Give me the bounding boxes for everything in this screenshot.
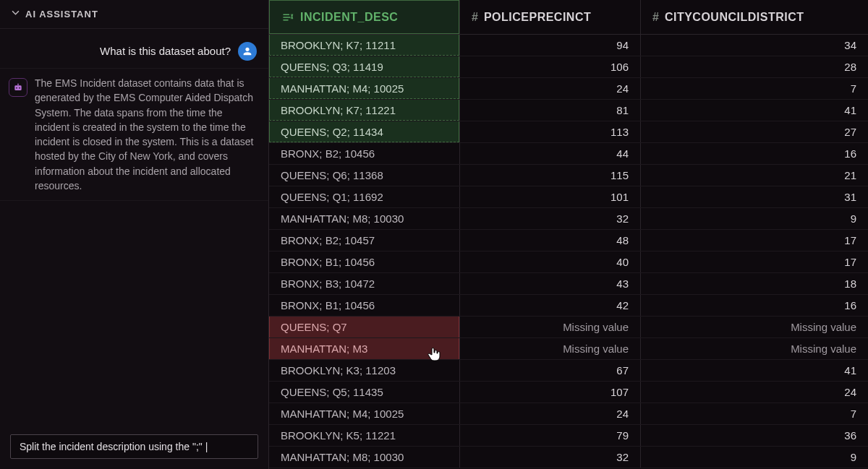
cell-policeprecinct: 115 <box>459 165 640 186</box>
table-row[interactable]: QUEENS; Q1; 1169210131 <box>269 186 868 208</box>
cell-policeprecinct: 40 <box>459 251 640 272</box>
number-column-icon: # <box>652 11 659 24</box>
cell-incident-desc: QUEENS; Q5; 11435 <box>269 382 459 403</box>
svg-point-1 <box>16 87 17 89</box>
table-row[interactable]: BRONX; B3; 104724318 <box>269 273 868 295</box>
cell-incident-desc: QUEENS; Q1; 11692 <box>269 186 459 207</box>
text-column-icon <box>281 11 294 24</box>
cell-citycouncildistrict: 7 <box>640 78 868 99</box>
cell-policeprecinct: 101 <box>459 186 640 207</box>
panel-title: AI ASSISTANT <box>25 9 98 20</box>
cell-incident-desc: BRONX; B2; 10456 <box>269 143 459 164</box>
table-row[interactable]: QUEENS; Q2; 1143411327 <box>269 121 868 143</box>
ai-assistant-panel: AI ASSISTANT What is this dataset about?… <box>0 0 269 469</box>
cell-citycouncildistrict: 31 <box>640 186 868 207</box>
app-root: AI ASSISTANT What is this dataset about?… <box>0 0 868 469</box>
cell-citycouncildistrict: 27 <box>640 121 868 142</box>
chat-input-wrap <box>0 427 268 469</box>
chat-input[interactable] <box>10 434 258 459</box>
table-row[interactable]: QUEENS; Q7Missing valueMissing value <box>269 317 868 338</box>
table-row[interactable]: BROOKLYN; K3; 112036741 <box>269 360 868 382</box>
cell-policeprecinct: 44 <box>459 143 640 164</box>
data-table: INCIDENT_DESC # POLICEPRECINCT # CITYCOU… <box>269 0 868 469</box>
cell-citycouncildistrict: 9 <box>640 208 868 229</box>
cell-policeprecinct: 42 <box>459 295 640 316</box>
cell-incident-desc: BRONX; B1; 10456 <box>269 251 459 272</box>
bot-avatar-icon <box>9 78 27 97</box>
cell-incident-desc: MANHATTAN; M4; 10025 <box>269 403 459 424</box>
cell-policeprecinct: 32 <box>459 208 640 229</box>
cell-incident-desc: BROOKLYN; K7; 11221 <box>269 100 459 121</box>
panel-header[interactable]: AI ASSISTANT <box>0 0 268 29</box>
cell-citycouncildistrict: 16 <box>640 295 868 316</box>
cell-citycouncildistrict: 24 <box>640 382 868 403</box>
user-avatar-icon <box>238 42 257 61</box>
cell-policeprecinct: Missing value <box>459 317 640 337</box>
user-message-text: What is this dataset about? <box>100 43 231 59</box>
chevron-down-icon <box>12 9 20 18</box>
table-row[interactable]: MANHATTAN; M4; 10025247 <box>269 403 868 425</box>
cell-policeprecinct: 67 <box>459 360 640 381</box>
cell-citycouncildistrict: Missing value <box>640 338 868 359</box>
table-row[interactable]: BROOKLYN; K7; 112218141 <box>269 100 868 121</box>
cell-policeprecinct: 107 <box>459 382 640 403</box>
table-row[interactable]: QUEENS; Q6; 1136811521 <box>269 165 868 186</box>
cell-incident-desc: BROOKLYN; K7; 11211 <box>269 35 459 56</box>
table-row[interactable]: QUEENS; Q5; 1143510724 <box>269 382 868 403</box>
table-row[interactable]: MANHATTAN; M3Missing valueMissing value <box>269 338 868 360</box>
cell-incident-desc: QUEENS; Q3; 11419 <box>269 56 459 77</box>
table-row[interactable]: BRONX; B1; 104564216 <box>269 295 868 317</box>
column-label: INCIDENT_DESC <box>300 11 398 24</box>
cell-policeprecinct: 94 <box>459 35 640 56</box>
cell-citycouncildistrict: 41 <box>640 100 868 121</box>
cell-policeprecinct: 106 <box>459 56 640 77</box>
cell-incident-desc: MANHATTAN; M8; 10030 <box>269 447 459 468</box>
cell-citycouncildistrict: 28 <box>640 56 868 77</box>
cell-citycouncildistrict: 9 <box>640 447 868 468</box>
assistant-message-text: The EMS Incident dataset contains data t… <box>35 76 257 193</box>
cell-policeprecinct: Missing value <box>459 338 640 359</box>
cell-policeprecinct: 79 <box>459 425 640 446</box>
cell-policeprecinct: 113 <box>459 121 640 142</box>
cell-incident-desc: QUEENS; Q2; 11434 <box>269 121 459 142</box>
cell-citycouncildistrict: 17 <box>640 230 868 251</box>
table-row[interactable]: BROOKLYN; K7; 112119434 <box>269 35 868 56</box>
cell-policeprecinct: 48 <box>459 230 640 251</box>
table-row[interactable]: QUEENS; Q3; 1141910628 <box>269 56 868 78</box>
cell-incident-desc: QUEENS; Q6; 11368 <box>269 165 459 186</box>
table-header-row: INCIDENT_DESC # POLICEPRECINCT # CITYCOU… <box>269 0 868 35</box>
chat-area: What is this dataset about? The EMS Inci… <box>0 29 268 427</box>
svg-point-2 <box>19 87 20 89</box>
table-row[interactable]: BRONX; B1; 104564017 <box>269 251 868 273</box>
column-label: POLICEPRECINCT <box>484 11 591 24</box>
svg-rect-3 <box>17 84 18 86</box>
number-column-icon: # <box>472 11 478 24</box>
table-row[interactable]: BRONX; B2; 104574817 <box>269 230 868 251</box>
cell-policeprecinct: 32 <box>459 447 640 468</box>
column-header-citycouncildistrict[interactable]: # CITYCOUNCILDISTRICT <box>640 0 868 34</box>
cell-citycouncildistrict: 21 <box>640 165 868 186</box>
cell-citycouncildistrict: 18 <box>640 273 868 294</box>
cell-incident-desc: MANHATTAN; M3 <box>269 338 459 359</box>
column-label: CITYCOUNCILDISTRICT <box>665 11 804 24</box>
cell-incident-desc: BRONX; B2; 10457 <box>269 230 459 251</box>
cell-incident-desc: BRONX; B1; 10456 <box>269 295 459 316</box>
cell-incident-desc: MANHATTAN; M4; 10025 <box>269 78 459 99</box>
svg-rect-0 <box>14 85 21 90</box>
cell-policeprecinct: 24 <box>459 78 640 99</box>
cell-incident-desc: BROOKLYN; K3; 11203 <box>269 360 459 381</box>
column-header-policeprecinct[interactable]: # POLICEPRECINCT <box>459 0 640 34</box>
cell-incident-desc: BRONX; B3; 10472 <box>269 273 459 294</box>
table-row[interactable]: BROOKLYN; K5; 112217936 <box>269 425 868 447</box>
table-row[interactable]: MANHATTAN; M8; 10030329 <box>269 447 868 468</box>
table-row[interactable]: MANHATTAN; M8; 10030329 <box>269 208 868 230</box>
table-row[interactable]: MANHATTAN; M4; 10025247 <box>269 78 868 100</box>
cell-policeprecinct: 43 <box>459 273 640 294</box>
column-header-incident-desc[interactable]: INCIDENT_DESC <box>269 0 459 34</box>
cell-policeprecinct: 24 <box>459 403 640 424</box>
cell-policeprecinct: 81 <box>459 100 640 121</box>
table-row[interactable]: BRONX; B2; 104564416 <box>269 143 868 165</box>
user-message-row: What is this dataset about? <box>0 35 268 69</box>
cell-incident-desc: MANHATTAN; M8; 10030 <box>269 208 459 229</box>
cell-citycouncildistrict: 34 <box>640 35 868 56</box>
